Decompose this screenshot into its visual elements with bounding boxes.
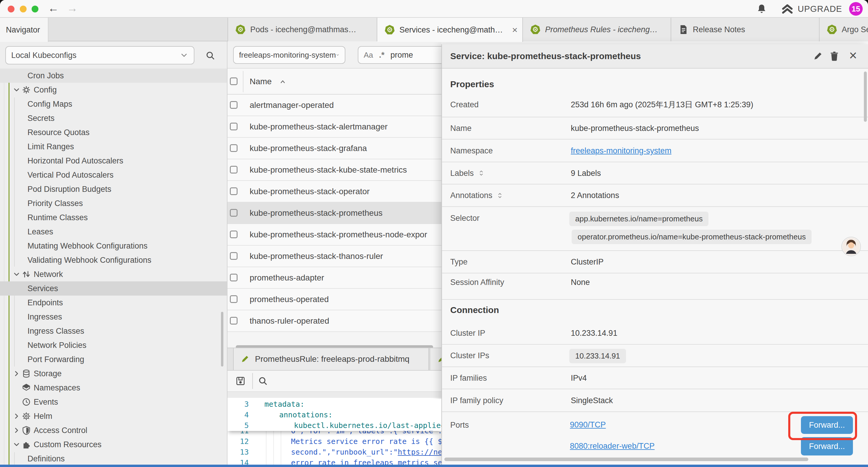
save-icon[interactable]	[235, 376, 246, 386]
sidebar-item-network-policies[interactable]: Network Policies	[0, 338, 227, 352]
sort-ascending-icon[interactable]	[278, 78, 287, 86]
sidebar-group-network[interactable]: Network	[0, 267, 227, 282]
row-checkbox[interactable]	[230, 209, 238, 217]
sidebar-item-leases[interactable]: Leases	[0, 225, 227, 239]
back-button[interactable]: ←	[48, 2, 59, 15]
minimize-window-button[interactable]	[20, 6, 27, 12]
close-panel-icon[interactable]: ×	[849, 49, 857, 62]
table-row[interactable]: kube-prometheus-stack-operator	[227, 181, 441, 202]
tab-release-notes[interactable]: Release Notes	[671, 18, 819, 41]
namespace-link[interactable]: freeleaps-monitoring-system	[571, 146, 672, 155]
tab-argo[interactable]: Argo Se	[819, 18, 868, 41]
sidebar-item-secrets[interactable]: Secrets	[0, 111, 227, 125]
sidebar-group-custom-resources[interactable]: Custom Resources	[0, 437, 227, 451]
sidebar-item-namespaces[interactable]: Namespaces	[0, 381, 227, 395]
table-row[interactable]: kube-prometheus-stack-prometheus-node-ex…	[227, 224, 441, 245]
chevron-right-icon[interactable]	[12, 370, 21, 378]
sidebar-item-mutating-webhook-configurations[interactable]: Mutating Webhook Configurations	[0, 239, 227, 253]
forward-button[interactable]: →	[67, 2, 78, 15]
table-row[interactable]: kube-prometheus-stack-kube-state-metrics	[227, 159, 441, 181]
row-checkbox[interactable]	[230, 123, 238, 130]
sidebar-group-helm[interactable]: Helm	[0, 409, 227, 423]
sidebar-item-runtime-classes[interactable]: Runtime Classes	[0, 210, 227, 225]
port-link-8080[interactable]: 8080:reloader-web/TCP	[570, 442, 655, 451]
table-row[interactable]: prometheus-operated	[227, 289, 441, 310]
sidebar-item-pod-disruption-budgets[interactable]: Pod Disruption Budgets	[0, 182, 227, 196]
sidebar-item-definitions[interactable]: Definitions	[0, 451, 227, 466]
sidebar-item-config-maps[interactable]: Config Maps	[0, 97, 227, 111]
shield-icon	[22, 426, 31, 435]
tab-prometheus-rules[interactable]: Prometheus Rules - icecheng…	[523, 18, 671, 41]
row-checkbox[interactable]	[230, 144, 238, 152]
sidebar-item-validating-webhook-configurations[interactable]: Validating Webhook Configurations	[0, 253, 227, 267]
editor-tab-partial[interactable]	[430, 348, 441, 370]
filter-input[interactable]: Aa .* prome	[358, 46, 441, 64]
row-checkbox[interactable]	[230, 274, 238, 282]
sidebar-group-access-control[interactable]: Access Control	[0, 423, 227, 437]
sidebar-item-horizontal-pod-autoscalers[interactable]: Horizontal Pod Autoscalers	[0, 154, 227, 168]
tab-pods[interactable]: Pods - icecheng@mathmas…	[228, 18, 377, 41]
close-tab-icon[interactable]: ×	[512, 25, 518, 35]
row-checkbox[interactable]	[230, 187, 238, 195]
table-row[interactable]: thanos-ruler-operated	[227, 310, 441, 332]
sidebar-item-resource-quotas[interactable]: Resource Quotas	[0, 125, 227, 140]
sidebar-item-priority-classes[interactable]: Priority Classes	[0, 196, 227, 210]
yaml-editor[interactable]: 110","for":"1m","labels":{"service":" 12…	[227, 398, 441, 467]
detail-horizontal-scrollbar[interactable]	[444, 458, 808, 461]
sidebar-item-cron-jobs[interactable]: Cron Jobs	[0, 68, 227, 83]
tab-navigator[interactable]: Navigator	[0, 18, 49, 42]
editor-tab-prometheusrule[interactable]: PrometheusRule: freeleaps-prod-rabbitmq	[233, 348, 429, 370]
sidebar-item-endpoints[interactable]: Endpoints	[0, 296, 227, 310]
upgrade-button[interactable]: UPGRADE	[798, 4, 842, 14]
expand-collapse-icon[interactable]	[496, 192, 504, 199]
table-row[interactable]: kube-prometheus-stack-thanos-ruler	[227, 245, 441, 267]
tab-services[interactable]: Services - icecheng@math… ×	[377, 18, 523, 42]
sidebar-item-services[interactable]: Services	[0, 282, 227, 296]
table-row-selected[interactable]: kube-prometheus-stack-prometheus	[227, 202, 441, 224]
chevron-down-icon[interactable]	[12, 86, 21, 94]
row-checkbox[interactable]	[230, 295, 238, 303]
runbook-url-link[interactable]: https://net	[398, 448, 441, 456]
chevron-right-icon[interactable]	[12, 426, 21, 435]
namespace-select[interactable]: freeleaps-monitoring-system	[233, 46, 345, 64]
name-column-header[interactable]: Name	[250, 77, 272, 86]
sidebar-item-ingress-classes[interactable]: Ingress Classes	[0, 324, 227, 338]
sidebar-item-events[interactable]: Events	[0, 395, 227, 409]
notification-count-badge[interactable]: 15	[849, 2, 863, 16]
detail-vertical-scrollbar[interactable]	[864, 71, 867, 122]
row-checkbox[interactable]	[230, 101, 238, 109]
regex-toggle[interactable]: .*	[379, 50, 385, 60]
zoom-window-button[interactable]	[32, 6, 38, 12]
sidebar-group-storage[interactable]: Storage	[0, 367, 227, 381]
table-row[interactable]: kube-prometheus-stack-grafana	[227, 138, 441, 159]
select-all-checkbox[interactable]	[230, 78, 238, 85]
upgrade-icon[interactable]	[781, 3, 794, 16]
cluster-select[interactable]: Local Kubeconfigs	[5, 46, 194, 64]
row-checkbox[interactable]	[230, 166, 238, 174]
assistant-avatar[interactable]	[841, 237, 861, 256]
expand-collapse-icon[interactable]	[477, 169, 485, 177]
chevron-down-icon[interactable]	[12, 440, 21, 449]
port-link-9090[interactable]: 9090/TCP	[570, 420, 606, 430]
search-icon[interactable]	[205, 50, 216, 61]
sidebar-item-ingresses[interactable]: Ingresses	[0, 310, 227, 324]
match-case-toggle[interactable]: Aa	[364, 51, 373, 60]
sidebar-scrollbar[interactable]	[221, 312, 223, 367]
sidebar-item-port-forwarding[interactable]: Port Forwarding	[0, 352, 227, 367]
editor-search-icon[interactable]	[258, 376, 268, 386]
row-checkbox[interactable]	[230, 252, 238, 260]
table-row[interactable]: prometheus-adapter	[227, 267, 441, 289]
edit-pencil-icon[interactable]	[812, 51, 823, 61]
row-checkbox[interactable]	[230, 231, 238, 238]
sidebar-item-limit-ranges[interactable]: Limit Ranges	[0, 140, 227, 154]
table-row[interactable]: kube-prometheus-stack-alertmanager	[227, 116, 441, 138]
row-checkbox[interactable]	[230, 317, 238, 324]
notifications-bell-icon[interactable]	[756, 4, 767, 14]
close-window-button[interactable]	[8, 6, 14, 12]
chevron-right-icon[interactable]	[12, 412, 21, 420]
table-row[interactable]: alertmanager-operated	[227, 95, 441, 116]
chevron-down-icon[interactable]	[12, 270, 21, 279]
sidebar-group-config[interactable]: Config	[0, 83, 227, 97]
sidebar-item-vertical-pod-autoscalers[interactable]: Vertical Pod Autoscalers	[0, 168, 227, 182]
delete-trash-icon[interactable]	[829, 51, 840, 61]
